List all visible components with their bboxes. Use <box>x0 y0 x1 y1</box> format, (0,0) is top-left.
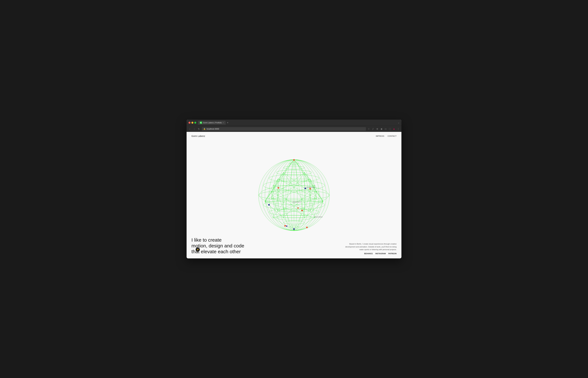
close-button[interactable] <box>189 122 190 124</box>
wireframe-sphere: MOTION DESIGN GENERATIVE AT DEVELOPMENT <box>257 156 331 234</box>
browser-tab[interactable]: GL Gorm Labenz | Portfolio × <box>198 121 226 125</box>
address-icons: ☆ ƒ ⊕ ◉ ▭ ⬚ ● ⋮ <box>367 128 400 130</box>
node-left-mid[interactable] <box>278 187 279 189</box>
forward-button[interactable]: → <box>193 128 196 130</box>
title-bar: GL Gorm Labenz | Portfolio × + ⌄ <box>187 120 401 126</box>
traffic-lights <box>189 122 196 124</box>
url-text: localhost:3000 <box>207 128 219 130</box>
site-navigation: Gorm Labenz IMPRESS CONTACT <box>187 132 401 140</box>
site-logo[interactable]: Gorm Labenz <box>191 135 205 137</box>
about-section: Based in Berlin, I create visual experie… <box>342 243 397 255</box>
menu-icon[interactable]: ⋮ <box>397 128 400 130</box>
node-label-motion: MOTION DESIGN <box>306 187 315 188</box>
node-label-development: DEVELOPMENT <box>314 216 323 217</box>
node-blue-left[interactable] <box>268 204 270 206</box>
node-label-generative: GENERATIVE AT <box>292 202 301 202</box>
social-behance[interactable]: BEHANCE <box>364 253 373 255</box>
tagline-line1: I like to create <box>191 237 244 243</box>
globe-icon[interactable]: ◉ <box>380 128 383 130</box>
social-links: BEHANCE INSTAGRAM PATREON <box>364 253 397 255</box>
nav-impress[interactable]: IMPRESS <box>376 135 384 137</box>
node-blue-lower-left[interactable] <box>286 226 287 227</box>
tagline: I like to create motion, design and code… <box>191 237 244 255</box>
about-text: Based in Berlin, I create visual experie… <box>342 243 397 251</box>
address-bar: ← → ↻ 🔒 localhost:3000 ☆ ƒ ⊕ ◉ ▭ ⬚ ● ⋮ <box>187 126 401 132</box>
node-lower-right[interactable] <box>306 227 308 228</box>
minimize-button[interactable] <box>191 122 193 124</box>
node-right-lower[interactable] <box>301 210 303 211</box>
node-blue-upper[interactable] <box>305 188 306 189</box>
social-patreon[interactable]: PATREON <box>388 253 397 255</box>
tab-expand-icon[interactable]: ⌄ <box>398 122 399 124</box>
nav-contact[interactable]: CONTACT <box>388 135 397 137</box>
bottom-section: I like to create motion, design and code… <box>187 234 401 258</box>
tab-close-button[interactable]: × <box>223 122 224 124</box>
maximize-button[interactable] <box>194 122 196 124</box>
tab-title: Gorm Labenz | Portfolio <box>203 122 222 124</box>
browser-window: GL Gorm Labenz | Portfolio × + ⌄ ← → ↻ 🔒… <box>187 120 401 258</box>
tagline-line2: motion, design and code <box>191 243 244 249</box>
translate-icon[interactable]: ⊕ <box>376 128 379 130</box>
back-button[interactable]: ← <box>188 128 191 130</box>
node-right-upper[interactable] <box>309 188 311 189</box>
bookmark-icon[interactable]: ☆ <box>367 128 370 130</box>
tab-bar: GL Gorm Labenz | Portfolio × + ⌄ <box>198 121 399 125</box>
node-center-lower[interactable] <box>297 207 299 209</box>
reload-button[interactable]: ↻ <box>197 128 200 130</box>
nav-links: IMPRESS CONTACT <box>376 135 397 137</box>
lock-icon: 🔒 <box>203 128 206 130</box>
social-instagram[interactable]: INSTAGRAM <box>375 253 386 255</box>
node-blue-bottom[interactable] <box>293 228 295 230</box>
page-content: Gorm Labenz IMPRESS CONTACT <box>187 132 401 258</box>
zap-icon: ⚡ <box>196 247 200 252</box>
extensions-icon[interactable]: ƒ <box>371 128 375 130</box>
node-top[interactable] <box>293 159 295 161</box>
cast-icon[interactable]: ▭ <box>384 128 387 130</box>
url-bar[interactable]: 🔒 localhost:3000 <box>202 127 366 131</box>
new-tab-button[interactable]: + <box>227 121 228 124</box>
node-lower-left[interactable] <box>284 225 286 227</box>
profile-icon[interactable]: ● <box>392 128 396 130</box>
screenshot-icon[interactable]: ⬚ <box>388 128 392 130</box>
tab-favicon: GL <box>200 122 202 124</box>
